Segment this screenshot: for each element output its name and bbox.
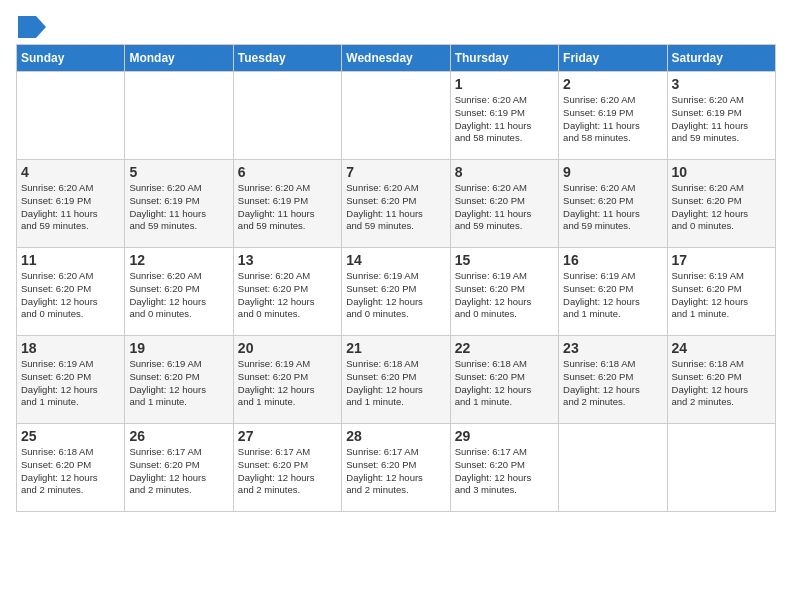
day-number: 7 [346, 164, 445, 180]
day-info: Sunrise: 6:20 AM Sunset: 6:20 PM Dayligh… [238, 270, 337, 321]
day-info: Sunrise: 6:20 AM Sunset: 6:20 PM Dayligh… [129, 270, 228, 321]
logo-icon [18, 16, 46, 38]
day-info: Sunrise: 6:20 AM Sunset: 6:20 PM Dayligh… [21, 270, 120, 321]
calendar-cell: 11Sunrise: 6:20 AM Sunset: 6:20 PM Dayli… [17, 248, 125, 336]
calendar-cell: 26Sunrise: 6:17 AM Sunset: 6:20 PM Dayli… [125, 424, 233, 512]
day-info: Sunrise: 6:20 AM Sunset: 6:19 PM Dayligh… [455, 94, 554, 145]
calendar-cell: 15Sunrise: 6:19 AM Sunset: 6:20 PM Dayli… [450, 248, 558, 336]
day-number: 19 [129, 340, 228, 356]
calendar-cell: 19Sunrise: 6:19 AM Sunset: 6:20 PM Dayli… [125, 336, 233, 424]
header-day-saturday: Saturday [667, 45, 775, 72]
calendar-cell [342, 72, 450, 160]
day-number: 6 [238, 164, 337, 180]
calendar-table: SundayMondayTuesdayWednesdayThursdayFrid… [16, 44, 776, 512]
calendar-cell: 13Sunrise: 6:20 AM Sunset: 6:20 PM Dayli… [233, 248, 341, 336]
day-number: 8 [455, 164, 554, 180]
calendar-cell: 5Sunrise: 6:20 AM Sunset: 6:19 PM Daylig… [125, 160, 233, 248]
day-number: 21 [346, 340, 445, 356]
day-number: 18 [21, 340, 120, 356]
day-info: Sunrise: 6:18 AM Sunset: 6:20 PM Dayligh… [21, 446, 120, 497]
calendar-cell [17, 72, 125, 160]
calendar-cell: 24Sunrise: 6:18 AM Sunset: 6:20 PM Dayli… [667, 336, 775, 424]
day-info: Sunrise: 6:20 AM Sunset: 6:20 PM Dayligh… [455, 182, 554, 233]
calendar-cell: 18Sunrise: 6:19 AM Sunset: 6:20 PM Dayli… [17, 336, 125, 424]
calendar-cell: 14Sunrise: 6:19 AM Sunset: 6:20 PM Dayli… [342, 248, 450, 336]
day-number: 15 [455, 252, 554, 268]
calendar-cell: 7Sunrise: 6:20 AM Sunset: 6:20 PM Daylig… [342, 160, 450, 248]
day-info: Sunrise: 6:19 AM Sunset: 6:20 PM Dayligh… [129, 358, 228, 409]
day-info: Sunrise: 6:18 AM Sunset: 6:20 PM Dayligh… [563, 358, 662, 409]
day-number: 5 [129, 164, 228, 180]
calendar-cell [233, 72, 341, 160]
day-number: 9 [563, 164, 662, 180]
day-info: Sunrise: 6:17 AM Sunset: 6:20 PM Dayligh… [238, 446, 337, 497]
calendar-cell [667, 424, 775, 512]
calendar-cell: 20Sunrise: 6:19 AM Sunset: 6:20 PM Dayli… [233, 336, 341, 424]
day-number: 28 [346, 428, 445, 444]
day-number: 27 [238, 428, 337, 444]
day-number: 14 [346, 252, 445, 268]
day-info: Sunrise: 6:20 AM Sunset: 6:19 PM Dayligh… [563, 94, 662, 145]
calendar-cell: 4Sunrise: 6:20 AM Sunset: 6:19 PM Daylig… [17, 160, 125, 248]
day-number: 12 [129, 252, 228, 268]
calendar-cell: 27Sunrise: 6:17 AM Sunset: 6:20 PM Dayli… [233, 424, 341, 512]
calendar-cell: 3Sunrise: 6:20 AM Sunset: 6:19 PM Daylig… [667, 72, 775, 160]
day-info: Sunrise: 6:18 AM Sunset: 6:20 PM Dayligh… [455, 358, 554, 409]
day-number: 29 [455, 428, 554, 444]
day-info: Sunrise: 6:18 AM Sunset: 6:20 PM Dayligh… [672, 358, 771, 409]
day-number: 3 [672, 76, 771, 92]
day-number: 22 [455, 340, 554, 356]
day-info: Sunrise: 6:20 AM Sunset: 6:20 PM Dayligh… [563, 182, 662, 233]
calendar-cell: 8Sunrise: 6:20 AM Sunset: 6:20 PM Daylig… [450, 160, 558, 248]
calendar-cell: 29Sunrise: 6:17 AM Sunset: 6:20 PM Dayli… [450, 424, 558, 512]
calendar-cell: 1Sunrise: 6:20 AM Sunset: 6:19 PM Daylig… [450, 72, 558, 160]
day-info: Sunrise: 6:17 AM Sunset: 6:20 PM Dayligh… [346, 446, 445, 497]
calendar-cell: 21Sunrise: 6:18 AM Sunset: 6:20 PM Dayli… [342, 336, 450, 424]
day-info: Sunrise: 6:20 AM Sunset: 6:19 PM Dayligh… [129, 182, 228, 233]
header-day-sunday: Sunday [17, 45, 125, 72]
day-number: 20 [238, 340, 337, 356]
day-number: 10 [672, 164, 771, 180]
calendar-cell: 9Sunrise: 6:20 AM Sunset: 6:20 PM Daylig… [559, 160, 667, 248]
day-number: 25 [21, 428, 120, 444]
day-info: Sunrise: 6:19 AM Sunset: 6:20 PM Dayligh… [672, 270, 771, 321]
day-number: 26 [129, 428, 228, 444]
day-number: 17 [672, 252, 771, 268]
logo [16, 16, 46, 34]
calendar-cell: 22Sunrise: 6:18 AM Sunset: 6:20 PM Dayli… [450, 336, 558, 424]
day-info: Sunrise: 6:17 AM Sunset: 6:20 PM Dayligh… [129, 446, 228, 497]
calendar-cell: 12Sunrise: 6:20 AM Sunset: 6:20 PM Dayli… [125, 248, 233, 336]
day-number: 4 [21, 164, 120, 180]
calendar-cell: 25Sunrise: 6:18 AM Sunset: 6:20 PM Dayli… [17, 424, 125, 512]
calendar-cell: 23Sunrise: 6:18 AM Sunset: 6:20 PM Dayli… [559, 336, 667, 424]
day-number: 16 [563, 252, 662, 268]
day-number: 23 [563, 340, 662, 356]
day-number: 2 [563, 76, 662, 92]
header-day-monday: Monday [125, 45, 233, 72]
day-info: Sunrise: 6:18 AM Sunset: 6:20 PM Dayligh… [346, 358, 445, 409]
day-info: Sunrise: 6:20 AM Sunset: 6:19 PM Dayligh… [672, 94, 771, 145]
day-info: Sunrise: 6:19 AM Sunset: 6:20 PM Dayligh… [563, 270, 662, 321]
svg-marker-0 [18, 16, 46, 38]
calendar-cell: 28Sunrise: 6:17 AM Sunset: 6:20 PM Dayli… [342, 424, 450, 512]
header-day-tuesday: Tuesday [233, 45, 341, 72]
day-info: Sunrise: 6:17 AM Sunset: 6:20 PM Dayligh… [455, 446, 554, 497]
day-number: 11 [21, 252, 120, 268]
day-info: Sunrise: 6:20 AM Sunset: 6:20 PM Dayligh… [672, 182, 771, 233]
day-number: 24 [672, 340, 771, 356]
calendar-cell: 6Sunrise: 6:20 AM Sunset: 6:19 PM Daylig… [233, 160, 341, 248]
header-day-wednesday: Wednesday [342, 45, 450, 72]
day-number: 13 [238, 252, 337, 268]
calendar-cell: 16Sunrise: 6:19 AM Sunset: 6:20 PM Dayli… [559, 248, 667, 336]
calendar-cell [559, 424, 667, 512]
day-number: 1 [455, 76, 554, 92]
calendar-cell [125, 72, 233, 160]
calendar-cell: 2Sunrise: 6:20 AM Sunset: 6:19 PM Daylig… [559, 72, 667, 160]
header-day-thursday: Thursday [450, 45, 558, 72]
calendar-cell: 17Sunrise: 6:19 AM Sunset: 6:20 PM Dayli… [667, 248, 775, 336]
day-info: Sunrise: 6:19 AM Sunset: 6:20 PM Dayligh… [238, 358, 337, 409]
day-info: Sunrise: 6:19 AM Sunset: 6:20 PM Dayligh… [455, 270, 554, 321]
day-info: Sunrise: 6:19 AM Sunset: 6:20 PM Dayligh… [346, 270, 445, 321]
calendar-cell: 10Sunrise: 6:20 AM Sunset: 6:20 PM Dayli… [667, 160, 775, 248]
day-info: Sunrise: 6:19 AM Sunset: 6:20 PM Dayligh… [21, 358, 120, 409]
